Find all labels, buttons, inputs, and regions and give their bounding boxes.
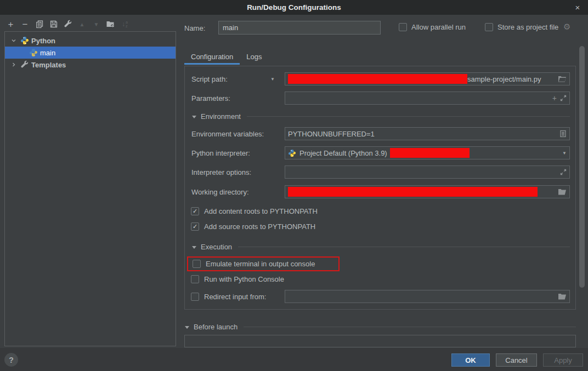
python-interpreter-value: Project Default (Python 3.9) [299,149,387,157]
check-icon: ✓ [193,207,197,215]
section-divider [238,247,570,247]
move-up-icon[interactable]: ▲ [77,18,87,30]
chevron-down-icon[interactable] [191,114,197,119]
interpreter-options-field[interactable] [285,165,570,179]
add-source-roots-checkbox[interactable]: ✓ Add source roots to PYTHONPATH [191,221,315,232]
dialog-title: Run/Debug Configurations [247,3,341,12]
expand-field-icon[interactable] [560,95,567,101]
add-content-roots-checkbox[interactable]: ✓ Add content roots to PYTHONPATH [191,206,318,216]
move-down-icon[interactable]: ▼ [91,18,101,30]
section-title: Execution [201,243,232,251]
redaction-block [288,187,538,197]
checkbox-box[interactable] [193,260,201,268]
add-configuration-button[interactable]: + [5,18,16,30]
chevron-right-icon[interactable] [10,61,17,68]
edit-env-vars-icon[interactable] [559,130,567,138]
script-path-value: sample-project/main.py [467,75,541,83]
parameters-label: Parameters: [191,94,230,102]
before-launch-task-list[interactable] [184,335,576,347]
add-parameter-icon[interactable]: + [552,94,557,102]
redirect-input-field[interactable] [285,290,570,303]
python-logo-icon [288,149,296,157]
tree-item-python[interactable]: Python [5,35,176,47]
tree-item-label: Python [31,37,55,45]
name-value: main [223,24,238,32]
before-launch-section-header[interactable]: Before launch [184,323,576,331]
script-path-field[interactable]: sample-project/main.py [285,72,570,85]
close-icon[interactable]: × [570,0,585,15]
check-icon: ✓ [193,222,197,230]
save-configuration-icon[interactable] [48,18,59,30]
tree-item-label: main [40,49,55,57]
redirect-input-checkbox[interactable]: Redirect input from: [191,291,266,302]
parameters-field[interactable]: + [285,92,570,105]
configurations-toolbar: + − ▲ ▼ ↓ a z [5,18,130,31]
expand-field-icon[interactable] [560,169,567,175]
vertical-scrollbar-thumb[interactable] [579,46,585,288]
working-directory-field[interactable] [285,185,570,198]
working-directory-label: Working directory: [191,188,249,196]
apply-button-disabled[interactable]: Apply [543,353,583,367]
gear-icon[interactable]: ⚙ [563,22,570,32]
chevron-down-icon[interactable]: ▼ [562,151,567,156]
tab-logs[interactable]: Logs [240,50,268,65]
chevron-down-icon[interactable] [191,244,197,250]
checkbox-box-checked[interactable]: ✓ [191,207,199,215]
emulate-terminal-checkbox-highlighted[interactable]: Emulate terminal in output console [187,256,340,271]
section-divider [244,327,576,327]
checkbox-box[interactable] [485,23,493,31]
configurations-tree: Python main Templates [4,31,176,346]
python-interpreter-label: Python interpreter: [191,149,250,157]
environment-variables-field[interactable]: PYTHONUNBUFFERED=1 [285,127,570,140]
environment-variables-value: PYTHONUNBUFFERED=1 [288,130,375,138]
checkbox-box-checked[interactable]: ✓ [191,222,199,231]
checkbox-label: Emulate terminal in output console [206,260,315,268]
checkbox-box[interactable] [399,23,407,31]
execution-section-header[interactable]: Execution [191,243,570,251]
dialog-titlebar: Run/Debug Configurations × [0,0,588,15]
section-divider [247,116,570,117]
store-as-project-file-checkbox[interactable]: Store as project file [485,23,558,31]
ok-button[interactable]: OK [451,353,490,367]
section-title: Before launch [194,323,238,331]
cancel-button[interactable]: Cancel [496,353,537,367]
tree-item-main-selected[interactable]: main [5,47,176,59]
checkbox-label: Allow parallel run [411,23,466,31]
run-debug-configurations-dialog: Run/Debug Configurations × + − ▲ ▼ ↓ a z [0,0,588,371]
chevron-down-icon[interactable] [10,37,17,44]
name-label: Name: [184,24,205,32]
checkbox-box[interactable] [191,293,199,301]
python-logo-icon [29,48,38,57]
checkbox-box[interactable] [191,275,199,283]
tree-item-label: Templates [31,61,66,69]
sort-configurations-icon[interactable]: ↓ a z [120,18,130,30]
interpreter-options-label: Interpreter options: [191,168,251,176]
checkbox-label: Add content roots to PYTHONPATH [204,207,318,215]
help-button[interactable]: ? [4,353,18,367]
edit-templates-wrench-icon[interactable] [63,18,73,30]
python-interpreter-combobox[interactable]: Project Default (Python 3.9) ▼ [285,146,570,159]
checkbox-label: Add source roots to PYTHONPATH [204,222,315,231]
new-folder-icon[interactable] [105,18,116,30]
copy-configuration-icon[interactable] [34,18,44,30]
browse-folder-icon[interactable] [558,75,567,83]
section-title: Environment [201,112,241,121]
script-path-dropdown-icon[interactable]: ▼ [270,77,275,82]
tab-configuration[interactable]: Configuration [184,50,240,65]
browse-folder-icon[interactable] [558,188,567,196]
environment-variables-label: Environment variables: [191,130,264,138]
name-input[interactable]: main [218,21,381,35]
tree-item-templates[interactable]: Templates [5,59,176,71]
chevron-down-icon[interactable] [184,324,190,330]
redaction-block [390,148,470,158]
remove-configuration-button[interactable]: − [20,18,30,30]
script-path-label: Script path: [191,75,228,83]
browse-folder-icon[interactable] [558,293,567,300]
environment-section-header[interactable]: Environment [191,112,570,121]
checkbox-label: Run with Python Console [204,275,284,283]
run-with-python-console-checkbox[interactable]: Run with Python Console [191,273,284,284]
wrench-icon [20,60,29,69]
checkbox-label: Redirect input from: [204,293,266,301]
configuration-form-panel: Script path: ▼ sample-project/main.py Pa… [184,66,576,310]
allow-parallel-run-checkbox[interactable]: Allow parallel run [399,23,466,31]
